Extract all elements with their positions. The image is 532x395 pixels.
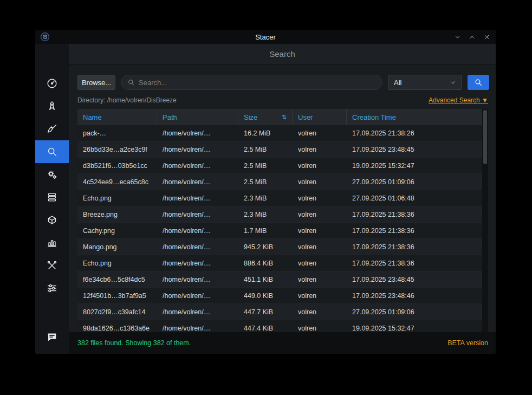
advanced-search-link[interactable]: Advanced Search ▼ <box>429 96 488 104</box>
cell-user: volren <box>293 320 347 332</box>
cell-name: f6e34cb6…5c8f4dc5 <box>77 271 157 287</box>
table-body: pack-…/home/volren/…16.2 MiBvolren17.09.… <box>77 125 482 332</box>
sidebar-item-system-cleaner[interactable] <box>35 118 69 140</box>
table-row[interactable]: d3b521f6…03b5e1cc/home/volren/…2.5 MiBvo… <box>77 158 482 174</box>
cell-user: volren <box>293 288 347 303</box>
directory-row: Directory: /home/volren/DisBreeze Advanc… <box>69 96 496 105</box>
column-header-creation-time[interactable]: Creation Time <box>347 109 482 125</box>
table-row[interactable]: Echo.png/home/volren/…2.3 MiBvolren27.09… <box>77 190 482 206</box>
search-icon <box>474 78 483 87</box>
table-row[interactable]: 8027d2f9…c39afc14/home/volren/…447.7 KiB… <box>77 304 482 320</box>
sidebar <box>35 44 69 354</box>
sidebar-item-startup-apps[interactable] <box>35 95 69 118</box>
cell-path: /home/volren/… <box>157 190 238 206</box>
cell-creation-time: 27.09.2025 01:09:06 <box>347 174 482 190</box>
cell-path: /home/volren/… <box>157 304 238 320</box>
chevron-up-icon[interactable] <box>467 32 477 42</box>
table-row[interactable]: f6e34cb6…5c8f4dc5/home/volren/…451.1 KiB… <box>77 271 482 288</box>
cell-path: /home/volren/… <box>157 239 238 255</box>
comment-icon <box>46 331 58 343</box>
cell-creation-time: 27.09.2025 01:06:48 <box>347 190 482 206</box>
results-table: Name Path Size ⇅ User Creation Time pack… <box>77 109 488 332</box>
cell-creation-time: 17.09.2025 23:48:45 <box>347 141 482 157</box>
sidebar-item-dashboard[interactable] <box>35 72 69 95</box>
sidebar-item-settings[interactable] <box>35 277 69 300</box>
table-header: Name Path Size ⇅ User Creation Time <box>77 109 482 125</box>
search-icon <box>46 146 58 158</box>
cell-path: /home/volren/… <box>157 288 238 303</box>
sliders-icon <box>46 282 58 294</box>
table-row[interactable]: 4c524ee9…eca65c8c/home/volren/…2.5 MiBvo… <box>77 174 482 190</box>
cell-user: volren <box>293 190 347 206</box>
stacer-window: Stacer <box>35 30 496 354</box>
cell-size: 945.2 KiB <box>238 239 293 255</box>
column-header-size[interactable]: Size ⇅ <box>238 109 293 125</box>
cell-user: volren <box>293 239 347 255</box>
stacer-logo-icon <box>40 32 50 42</box>
sidebar-item-helpers[interactable] <box>35 254 69 277</box>
cell-creation-time: 17.09.2025 21:38:26 <box>347 125 482 141</box>
table-row[interactable]: Mango.png/home/volren/…945.2 KiBvolren17… <box>77 239 482 255</box>
brush-icon <box>46 123 58 135</box>
column-header-path[interactable]: Path <box>157 109 238 125</box>
table-row[interactable]: 26b5d33e…a2ce3c9f/home/volren/…2.5 MiBvo… <box>77 141 482 158</box>
table-row[interactable]: 12f4501b…3b7af9a5/home/volren/…449.0 KiB… <box>77 288 482 304</box>
cell-size: 451.1 KiB <box>238 271 293 287</box>
cell-size: 2.5 MiB <box>238 174 293 190</box>
column-header-name[interactable]: Name <box>77 109 157 125</box>
search-button[interactable] <box>468 75 489 90</box>
table-row[interactable]: pack-…/home/volren/…16.2 MiBvolren17.09.… <box>77 125 482 141</box>
sidebar-item-search[interactable] <box>35 140 69 163</box>
table-row[interactable]: 98da1626…c1363a6e/home/volren/…447.4 KiB… <box>77 320 482 332</box>
cell-name: pack-… <box>77 125 157 141</box>
cell-name: Mango.png <box>77 239 157 255</box>
sidebar-item-services[interactable] <box>35 163 69 186</box>
cell-user: volren <box>293 255 347 271</box>
column-header-user[interactable]: User <box>293 109 347 125</box>
cell-name: 8027d2f9…c39afc14 <box>77 304 157 320</box>
table-scrollbar[interactable] <box>482 109 488 332</box>
cell-path: /home/volren/… <box>157 271 238 287</box>
cell-creation-time: 17.09.2025 21:38:36 <box>347 223 482 238</box>
table-row[interactable]: Cachy.png/home/volren/…1.7 MiBvolren17.0… <box>77 223 482 239</box>
sidebar-item-processes[interactable] <box>35 186 69 209</box>
beta-version-label: BETA version <box>447 339 488 347</box>
scrollbar-thumb[interactable] <box>483 110 487 164</box>
cell-path: /home/volren/… <box>157 125 238 141</box>
cell-path: /home/volren/… <box>157 320 238 332</box>
table-row[interactable]: Echo.png/home/volren/…886.4 KiBvolren17.… <box>77 255 482 271</box>
package-icon <box>46 214 58 226</box>
search-input[interactable] <box>139 79 376 87</box>
cell-name: 4c524ee9…eca65c8c <box>77 174 157 190</box>
cell-creation-time: 19.09.2025 15:32:47 <box>347 320 482 332</box>
filter-select[interactable]: All <box>388 75 462 90</box>
cell-path: /home/volren/… <box>157 223 238 238</box>
cell-size: 449.0 KiB <box>238 288 293 303</box>
cell-creation-time: 17.09.2025 21:38:36 <box>347 206 482 222</box>
status-bar: 382 files found. Showing 382 of them. BE… <box>69 332 496 354</box>
cell-name: d3b521f6…03b5e1cc <box>77 158 157 173</box>
close-icon[interactable] <box>482 32 491 42</box>
cell-size: 2.3 MiB <box>238 206 293 222</box>
cell-name: Cachy.png <box>77 223 157 238</box>
bar-chart-icon <box>46 237 58 249</box>
cell-size: 2.5 MiB <box>238 141 293 157</box>
search-toolbar: Browse... All <box>69 75 496 90</box>
cell-creation-time: 27.09.2025 01:09:06 <box>347 304 482 320</box>
cell-size: 16.2 MiB <box>238 125 293 141</box>
cell-size: 886.4 KiB <box>238 255 293 271</box>
gauge-icon <box>46 77 58 89</box>
cell-size: 1.7 MiB <box>238 223 293 238</box>
cell-path: /home/volren/… <box>157 141 238 157</box>
browse-button[interactable]: Browse... <box>77 75 115 90</box>
sidebar-item-uninstaller[interactable] <box>35 209 69 231</box>
sidebar-item-feedback[interactable] <box>35 326 69 348</box>
chevron-down-icon[interactable] <box>452 32 462 42</box>
sidebar-item-resources[interactable] <box>35 231 69 254</box>
search-icon <box>127 79 135 86</box>
sort-indicator-icon: ⇅ <box>278 114 287 121</box>
cell-path: /home/volren/… <box>157 255 238 271</box>
cell-user: volren <box>293 206 347 222</box>
cell-user: volren <box>293 158 347 173</box>
table-row[interactable]: Breeze.png/home/volren/…2.3 MiBvolren17.… <box>77 206 482 223</box>
